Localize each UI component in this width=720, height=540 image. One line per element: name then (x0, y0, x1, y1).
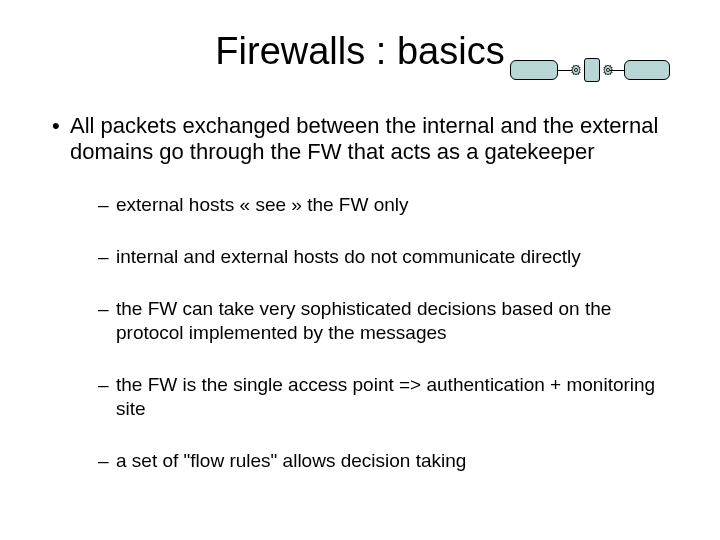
sub-bullet-text: external hosts « see » the FW only (116, 193, 409, 217)
title-row: Firewalls : basics (40, 30, 680, 73)
sub-bullet-marker: – (98, 297, 116, 321)
sub-bullet-text: internal and external hosts do not commu… (116, 245, 581, 269)
list-item: – the FW is the single access point => a… (98, 373, 680, 421)
gear-icon (570, 64, 582, 76)
bullet-text: All packets exchanged between the intern… (70, 113, 680, 165)
firewall-diagram-icon (510, 52, 670, 88)
svg-point-0 (574, 68, 577, 71)
slide-body: • All packets exchanged between the inte… (40, 113, 680, 473)
sub-bullet-list: – external hosts « see » the FW only – i… (52, 193, 680, 473)
list-item: – external hosts « see » the FW only (98, 193, 680, 217)
sub-bullet-marker: – (98, 373, 116, 397)
sub-bullet-marker: – (98, 245, 116, 269)
sub-bullet-text: the FW is the single access point => aut… (116, 373, 680, 421)
list-item: – the FW can take very sophisticated dec… (98, 297, 680, 345)
diagram-firewall-box (584, 58, 600, 82)
diagram-left-box (510, 60, 558, 80)
sub-bullet-marker: – (98, 449, 116, 473)
page-title: Firewalls : basics (215, 30, 504, 73)
sub-bullet-marker: – (98, 193, 116, 217)
bullet-item: • All packets exchanged between the inte… (52, 113, 680, 165)
slide: Firewalls : basics • All packets ex (0, 0, 720, 540)
bullet-marker: • (52, 113, 70, 139)
diagram-connector-right (610, 70, 624, 71)
sub-bullet-text: the FW can take very sophisticated decis… (116, 297, 680, 345)
list-item: – a set of "flow rules" allows decision … (98, 449, 680, 473)
sub-bullet-text: a set of "flow rules" allows decision ta… (116, 449, 466, 473)
list-item: – internal and external hosts do not com… (98, 245, 680, 269)
diagram-right-box (624, 60, 670, 80)
